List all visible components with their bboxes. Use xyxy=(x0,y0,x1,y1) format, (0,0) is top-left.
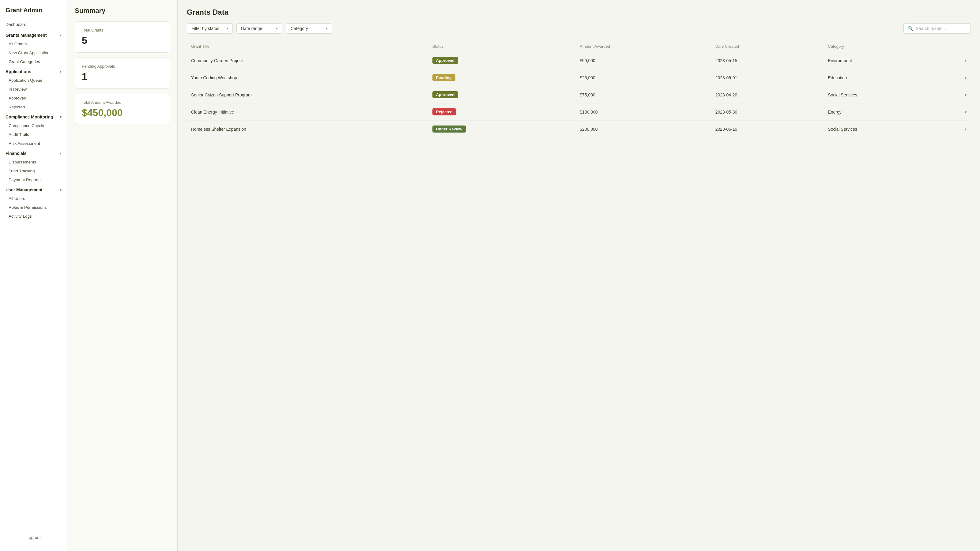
sidebar-item-approved[interactable]: Approved xyxy=(0,94,67,103)
sidebar-item-disbursements[interactable]: Disbursements xyxy=(0,158,67,167)
summary-card-total-amount: Total Amount Awarded $450,000 xyxy=(75,94,170,125)
sidebar-item-new-grant-application[interactable]: New Grant Application xyxy=(0,48,67,57)
category-filter[interactable]: Category ▾ xyxy=(286,23,332,34)
status-badge-4: Under Review xyxy=(433,125,466,133)
date-filter-label: Date range xyxy=(241,26,262,31)
sidebar-item-dashboard[interactable]: Dashboard xyxy=(0,19,67,30)
cell-date-0: 2023-05-15 xyxy=(711,52,824,69)
category-label-4: Social Services xyxy=(828,127,857,132)
sidebar-item-rejected[interactable]: Rejected xyxy=(0,103,67,111)
col-grant-title: Grant Title xyxy=(187,41,428,52)
sidebar-item-audit-trails[interactable]: Audit Trails xyxy=(0,130,67,139)
main-content: Grants Data Filter by status ▾ Date rang… xyxy=(178,0,980,551)
sidebar-section-label-financials: Financials xyxy=(5,151,26,156)
search-icon: 🔍 xyxy=(908,26,913,31)
cell-status-3: Rejected xyxy=(428,103,576,121)
sidebar-item-roles-permissions[interactable]: Roles & Permissions xyxy=(0,203,67,212)
search-box[interactable]: 🔍 Search grants... xyxy=(904,23,971,34)
date-filter[interactable]: Date range ▾ xyxy=(236,23,282,34)
cell-amount-2: $75,000 xyxy=(576,86,711,103)
date-filter-caret: ▾ xyxy=(276,26,278,30)
sidebar-item-all-grants[interactable]: All Grants xyxy=(0,40,67,48)
col-status: Status xyxy=(428,41,576,52)
chevron-icon: ▾ xyxy=(60,115,62,119)
col-date: Date Created xyxy=(711,41,824,52)
cell-title-4: Homeless Shelter Expansion xyxy=(187,121,428,138)
summary-card-label-total-grants: Total Grants xyxy=(82,28,163,32)
category-label-1: Education xyxy=(828,75,847,80)
cell-title-3: Clean Energy Initiative xyxy=(187,103,428,121)
cell-category-2: Social Services ▾ xyxy=(824,86,971,103)
category-filter-label: Category xyxy=(291,26,308,31)
summary-card-total-grants: Total Grants 5 xyxy=(75,21,170,52)
cell-title-1: Youth Coding Workshop xyxy=(187,69,428,86)
summary-card-pending-approvals: Pending Approvals 1 xyxy=(75,57,170,89)
table-row[interactable]: Senior Citizen Support Program Approved … xyxy=(187,86,971,103)
summary-card-value-pending-approvals: 1 xyxy=(82,71,163,83)
summary-card-value-total-grants: 5 xyxy=(82,35,163,46)
cell-amount-4: $200,000 xyxy=(576,121,711,138)
sidebar-item-application-queue[interactable]: Application Queue xyxy=(0,76,67,85)
sidebar-item-activity-logs[interactable]: Activity Logs xyxy=(0,212,67,221)
cell-date-1: 2023-06-01 xyxy=(711,69,824,86)
cell-category-1: Education ▾ xyxy=(824,69,971,86)
summary-title: Summary xyxy=(75,7,170,15)
table-row[interactable]: Youth Coding Workshop Pending $25,000 20… xyxy=(187,69,971,86)
cell-amount-0: $50,000 xyxy=(576,52,711,69)
sidebar-item-grant-categories[interactable]: Grant Categories xyxy=(0,57,67,66)
sidebar: Grant Admin Dashboard Grants Management▾… xyxy=(0,0,67,551)
cell-category-4: Social Services ▾ xyxy=(824,121,971,138)
sidebar-item-payment-reports[interactable]: Payment Reports xyxy=(0,175,67,184)
sidebar-item-risk-assessment[interactable]: Risk Assessment xyxy=(0,139,67,148)
cell-category-0: Environment ▾ xyxy=(824,52,971,69)
category-caret-4[interactable]: ▾ xyxy=(965,127,967,131)
table-row[interactable]: Homeless Shelter Expansion Under Review … xyxy=(187,121,971,138)
category-label-2: Social Services xyxy=(828,92,857,97)
category-caret-1[interactable]: ▾ xyxy=(965,76,967,80)
cell-status-1: Pending xyxy=(428,69,576,86)
cell-title-2: Senior Citizen Support Program xyxy=(187,86,428,103)
category-filter-caret: ▾ xyxy=(326,26,328,30)
sidebar-section-label-compliance-monitoring: Compliance Monitoring xyxy=(5,114,53,119)
sidebar-section-compliance-monitoring[interactable]: Compliance Monitoring▾ xyxy=(0,111,67,121)
status-badge-1: Pending xyxy=(433,74,455,81)
grants-data-title: Grants Data xyxy=(187,8,971,16)
cell-date-3: 2023-05-30 xyxy=(711,103,824,121)
col-amount: Amount Awarded xyxy=(576,41,711,52)
category-caret-2[interactable]: ▾ xyxy=(965,93,967,97)
cell-title-0: Community Garden Project xyxy=(187,52,428,69)
sidebar-section-label-grants-management: Grants Management xyxy=(5,33,47,38)
sidebar-item-all-users[interactable]: All Users xyxy=(0,194,67,203)
cell-status-2: Approved xyxy=(428,86,576,103)
summary-card-value-total-amount: $450,000 xyxy=(82,107,163,119)
sidebar-section-user-management[interactable]: User Management▾ xyxy=(0,184,67,194)
category-caret-0[interactable]: ▾ xyxy=(965,59,967,63)
cell-status-4: Under Review xyxy=(428,121,576,138)
cell-category-3: Energy ▾ xyxy=(824,103,971,121)
cell-amount-3: $100,000 xyxy=(576,103,711,121)
category-label-0: Environment xyxy=(828,58,852,63)
summary-card-label-pending-approvals: Pending Approvals xyxy=(82,64,163,68)
chevron-icon: ▾ xyxy=(60,70,62,74)
cell-amount-1: $25,000 xyxy=(576,69,711,86)
sidebar-section-applications[interactable]: Applications▾ xyxy=(0,66,67,76)
category-caret-3[interactable]: ▾ xyxy=(965,110,967,114)
sidebar-item-in-review[interactable]: In Review xyxy=(0,85,67,94)
sidebar-item-fund-tracking[interactable]: Fund Tracking xyxy=(0,167,67,175)
search-placeholder: Search grants... xyxy=(916,26,946,31)
sidebar-section-label-applications: Applications xyxy=(5,69,31,74)
summary-panel: Summary Total Grants 5 Pending Approvals… xyxy=(67,0,178,551)
status-badge-0: Approved xyxy=(433,57,458,64)
cell-status-0: Approved xyxy=(428,52,576,69)
logout-button[interactable]: Log out xyxy=(0,530,67,545)
sidebar-item-compliance-checks[interactable]: Compliance Checks xyxy=(0,121,67,130)
table-row[interactable]: Clean Energy Initiative Rejected $100,00… xyxy=(187,103,971,121)
cell-date-4: 2023-06-10 xyxy=(711,121,824,138)
sidebar-section-financials[interactable]: Financials▾ xyxy=(0,148,67,158)
chevron-icon: ▾ xyxy=(60,188,62,192)
status-badge-3: Rejected xyxy=(433,108,456,115)
sidebar-section-grants-management[interactable]: Grants Management▾ xyxy=(0,30,67,40)
category-label-3: Energy xyxy=(828,110,841,114)
status-filter[interactable]: Filter by status ▾ xyxy=(187,23,233,34)
table-row[interactable]: Community Garden Project Approved $50,00… xyxy=(187,52,971,69)
